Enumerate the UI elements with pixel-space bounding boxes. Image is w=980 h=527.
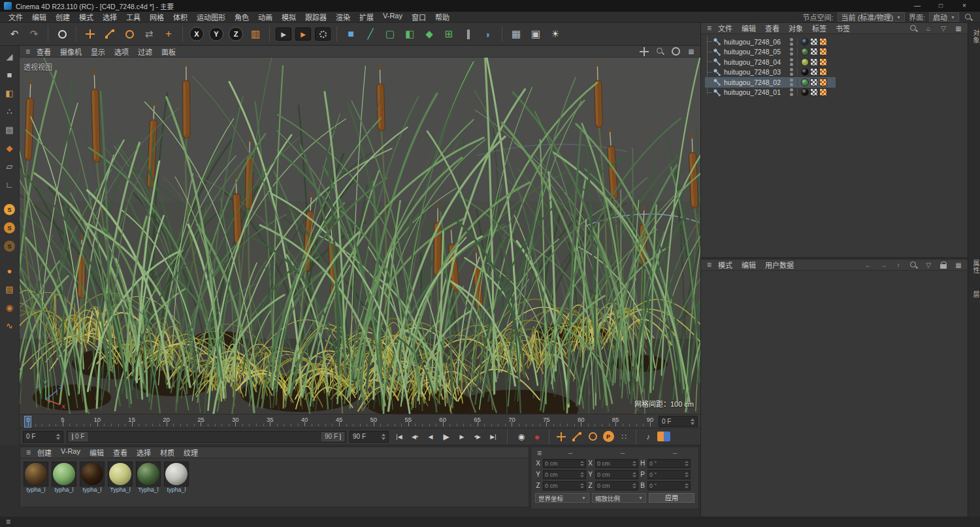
live-selection-icon[interactable] <box>53 25 71 43</box>
lock-icon[interactable] <box>938 260 949 270</box>
record-scale-icon[interactable] <box>570 430 584 443</box>
goto-start-button[interactable]: |◀ <box>392 430 406 443</box>
viewport-menu-item[interactable]: 显示 <box>86 46 110 57</box>
menu-item[interactable]: 创建 <box>51 12 74 22</box>
search-icon[interactable] <box>963 12 973 22</box>
coord-value-field[interactable]: 0 ° <box>647 470 691 479</box>
spinner[interactable] <box>580 483 584 488</box>
render-picture-icon[interactable]: ▶ <box>294 25 312 43</box>
next-key-button[interactable]: •▶ <box>470 430 485 443</box>
range-start-grip[interactable]: 0 F <box>69 432 88 441</box>
material-item[interactable]: Typha_l <box>107 462 133 494</box>
menu-item[interactable]: 编辑 <box>27 12 51 22</box>
spinner[interactable] <box>580 472 584 477</box>
toggle-view-icon[interactable]: ▦ <box>686 46 696 57</box>
end-frame-field[interactable]: 90 F <box>350 431 389 443</box>
menu-item[interactable]: 帮助 <box>431 12 454 22</box>
scale-mode-select[interactable]: 缩放比例 ▼ <box>592 493 646 503</box>
edge-mode-icon[interactable]: ▤ <box>1 122 18 138</box>
visibility-dot[interactable] <box>790 58 793 61</box>
material-thumbnail[interactable] <box>80 462 105 486</box>
object-menu-item[interactable]: 书签 <box>831 23 855 33</box>
spinner[interactable] <box>580 461 584 466</box>
simulation-icon[interactable]: ◗ <box>479 25 497 43</box>
menu-item[interactable]: 工具 <box>122 12 145 22</box>
filter-icon[interactable]: ▽ <box>923 260 934 270</box>
visibility-dot[interactable] <box>790 63 793 66</box>
search-icon[interactable] <box>908 23 919 33</box>
zoom-view-icon[interactable] <box>655 46 665 57</box>
menu-item[interactable]: 运动图形 <box>192 12 230 22</box>
uvw-tag-icon[interactable] <box>810 88 818 96</box>
rotate-tool-icon[interactable] <box>120 25 139 43</box>
object-row[interactable]: huitugou_7248_06 <box>705 37 836 47</box>
menu-item[interactable]: 体积 <box>169 12 192 22</box>
panel-menu-icon[interactable]: ≡ <box>535 449 544 458</box>
apply-button[interactable]: 应用 <box>649 493 694 503</box>
viewport-menu-item[interactable]: 面板 <box>157 46 180 57</box>
volume-builder-icon[interactable]: ◆ <box>420 25 438 43</box>
snap-enable-icon[interactable]: S <box>1 201 18 218</box>
coord-value-field[interactable]: 0 cm <box>543 459 586 468</box>
coil-icon[interactable]: ∿ <box>1 318 18 334</box>
coord-value-field[interactable]: 0 ° <box>647 459 691 468</box>
material-item[interactable]: typha_l <box>23 462 49 494</box>
spinner[interactable] <box>56 434 60 440</box>
menu-item[interactable]: 选择 <box>98 12 122 22</box>
visibility-toggles[interactable] <box>790 58 793 66</box>
object-name[interactable]: huitugou_7248_01 <box>724 88 786 96</box>
perspective-view-label[interactable]: 透视视图 <box>24 61 52 72</box>
menu-item[interactable]: 扩展 <box>355 12 378 22</box>
texture-tag-icon[interactable] <box>819 88 827 96</box>
texture-tag-icon[interactable] <box>819 68 827 76</box>
current-frame-field[interactable]: 0 F <box>659 416 698 427</box>
material-tag-icon[interactable] <box>801 58 809 66</box>
material-tag-icon[interactable] <box>801 38 809 46</box>
scene-area[interactable] <box>20 58 700 414</box>
camera-icon[interactable]: ▣ <box>527 25 545 43</box>
x-axis-lock[interactable]: X <box>188 25 206 43</box>
status-menu-icon[interactable]: ≡ <box>4 517 12 526</box>
attribute-menu-item[interactable]: 模式 <box>713 260 737 270</box>
visibility-toggles[interactable] <box>790 68 793 76</box>
coord-value-field[interactable]: 0 cm <box>595 481 638 490</box>
range-end-grip[interactable]: 90 F <box>321 432 344 441</box>
autokey-icon[interactable]: ● <box>530 430 544 443</box>
object-name[interactable]: huitugou_7248_02 <box>724 78 786 86</box>
object-row[interactable]: huitugou_7248_05 <box>705 47 836 58</box>
visibility-dot[interactable] <box>790 42 793 46</box>
snap-modeling-icon[interactable]: S <box>1 220 18 236</box>
lock-axis-icon[interactable]: ◉ <box>1 299 18 316</box>
coord-group-header[interactable]: -- <box>597 449 648 456</box>
object-name[interactable]: huitugou_7248_03 <box>724 68 786 76</box>
search-icon[interactable] <box>908 260 919 270</box>
coord-value-field[interactable]: 0 cm <box>595 459 638 468</box>
material-menu-item[interactable]: 纹理 <box>179 447 203 458</box>
ruler-track[interactable]: 051015202530354045505560657075808590 <box>24 415 655 428</box>
spinner[interactable] <box>685 461 689 466</box>
coord-value-field[interactable]: 0 cm <box>543 481 586 490</box>
texture-tag-icon[interactable] <box>819 58 827 66</box>
object-name[interactable]: huitugou_7248_04 <box>724 58 786 66</box>
coord-system-icon[interactable]: ▥ <box>246 25 265 43</box>
menu-item[interactable]: 角色 <box>230 12 253 22</box>
axis-mode-icon[interactable]: ▱ <box>1 158 18 175</box>
rotate-view-icon[interactable] <box>670 46 681 57</box>
goto-end-button[interactable]: ▶| <box>486 430 500 443</box>
polygon-mode-icon[interactable]: ◆ <box>1 140 18 156</box>
texture-mode-icon[interactable]: ◧ <box>1 85 18 101</box>
menu-item[interactable]: 网格 <box>145 12 169 22</box>
convert-object-icon[interactable]: ◢ <box>1 48 18 65</box>
uvw-tag-icon[interactable] <box>810 48 818 56</box>
undo-icon[interactable]: ↶ <box>5 25 24 43</box>
record-parameter-icon[interactable]: P <box>601 430 615 443</box>
spinner[interactable] <box>632 472 636 477</box>
record-pla-icon[interactable]: ∷ <box>617 430 631 443</box>
next-frame-button[interactable]: ▶ <box>455 430 469 443</box>
panel-menu-icon[interactable]: ≡ <box>705 260 713 269</box>
visibility-dot[interactable] <box>790 73 793 76</box>
minimize-icon[interactable]: — <box>906 0 929 12</box>
material-thumbnail[interactable] <box>108 462 133 486</box>
y-axis-lock[interactable]: Y <box>207 25 225 43</box>
back-icon[interactable]: ← <box>863 260 874 270</box>
